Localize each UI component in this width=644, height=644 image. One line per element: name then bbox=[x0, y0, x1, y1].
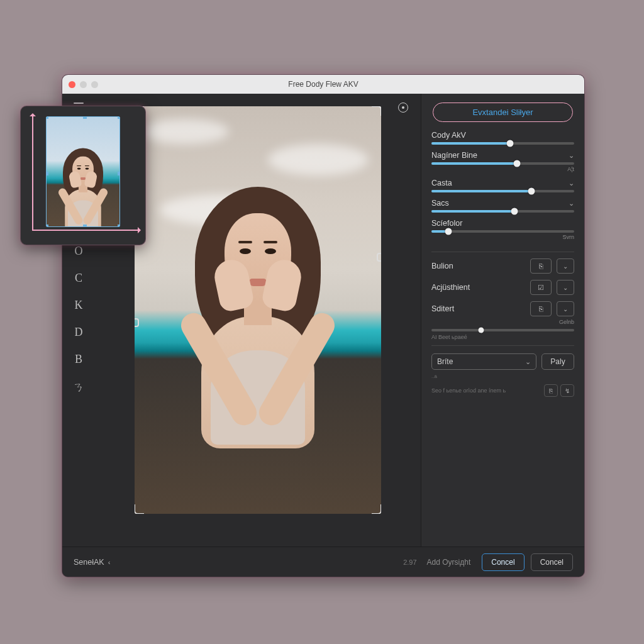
tool-k[interactable]: K bbox=[75, 299, 83, 312]
cancel-button[interactable]: Concel bbox=[531, 553, 573, 571]
axis-horizontal-icon bbox=[32, 230, 139, 231]
confirm-button[interactable]: Concel bbox=[482, 553, 524, 571]
slider-note: Svrn bbox=[431, 234, 574, 240]
window-controls bbox=[69, 81, 98, 88]
crop-handle-left[interactable] bbox=[135, 318, 139, 327]
subject-figure bbox=[176, 162, 340, 426]
slider-track[interactable] bbox=[431, 210, 574, 213]
footer-left-label[interactable]: SenełAK bbox=[74, 558, 104, 567]
tool-d[interactable]: D bbox=[75, 326, 83, 339]
micro-text: ..á bbox=[431, 374, 574, 379]
slider-1: Nagíner Bine⌄A¦t bbox=[431, 151, 574, 172]
sdtert-slider[interactable] bbox=[431, 329, 574, 331]
tool-c[interactable]: C bbox=[75, 272, 82, 285]
slider-label: Cody AkV bbox=[431, 131, 466, 140]
tool-b[interactable]: B bbox=[75, 353, 82, 366]
slider-label: Scíefolor bbox=[431, 219, 462, 228]
chevron-down-icon: ⌄ bbox=[525, 358, 531, 366]
slider-label: Nagíner Bine bbox=[431, 151, 477, 160]
tiny-icon-1[interactable]: ⎘ bbox=[544, 384, 558, 397]
sdtert-row: Sditert ⎘ ⌄ bbox=[431, 301, 574, 316]
divider bbox=[431, 252, 574, 252]
tool-misc[interactable]: ㄋ bbox=[73, 380, 84, 395]
sdtert-icon-box[interactable]: ⎘ bbox=[530, 301, 552, 316]
crop-handle-bl[interactable] bbox=[135, 504, 144, 514]
photo-preview[interactable]: ▲ bbox=[135, 106, 381, 514]
slider-2: Casta⌄ bbox=[431, 179, 574, 192]
slider-track[interactable] bbox=[431, 142, 574, 145]
axis-vertical-icon bbox=[32, 115, 33, 231]
hint-text: Seo f ьenьe orìod ane ínem ь bbox=[431, 387, 506, 394]
sdtert-label: Sditert bbox=[431, 304, 525, 313]
chevron-left-icon[interactable]: ‹ bbox=[108, 558, 111, 566]
slider-label: Casta bbox=[431, 179, 452, 187]
ai-note: AI Beet ьpaeé bbox=[431, 334, 574, 340]
brite-row: Bríte ⌄ Paly bbox=[431, 353, 574, 370]
slider-track[interactable] bbox=[431, 230, 574, 233]
select-icon-box[interactable]: ☑ bbox=[530, 280, 552, 295]
tiny-icon-2[interactable]: ↯ bbox=[560, 384, 574, 397]
slider-4: ScíefolorSvrn bbox=[431, 219, 574, 240]
divider-2 bbox=[431, 345, 574, 346]
brite-select[interactable]: Bríte ⌄ bbox=[431, 353, 536, 370]
select-chevron[interactable]: ⌄ bbox=[557, 258, 574, 274]
slider-track[interactable] bbox=[431, 190, 574, 192]
play-button[interactable]: Paly bbox=[541, 353, 574, 370]
window-title: Free Dody Flew AKV bbox=[62, 80, 584, 89]
select-label: Acjüsthient bbox=[431, 283, 525, 292]
footer-mid[interactable]: Add Oyrsiдht bbox=[427, 558, 471, 567]
controls-panel: Evxtandei Sliłyer Cody AkVNagíner Bine⌄A… bbox=[421, 94, 584, 547]
select-icon-box[interactable]: ⎘ bbox=[530, 258, 552, 274]
target-icon[interactable] bbox=[398, 103, 408, 113]
navigator-thumbnail[interactable] bbox=[46, 116, 120, 227]
slider-label: Sacs bbox=[431, 199, 449, 208]
footer-number: 2.97 bbox=[403, 558, 416, 566]
slider-0: Cody AkV bbox=[431, 131, 574, 145]
minimize-icon[interactable] bbox=[80, 81, 87, 88]
sdtert-sub-label: Gelnb bbox=[559, 319, 574, 325]
hint-row: Seo f ьenьe orìod ane ínem ь ⎘ ↯ bbox=[431, 384, 574, 397]
slider-track[interactable] bbox=[431, 162, 574, 165]
titlebar: Free Dody Flew AKV bbox=[62, 75, 584, 94]
crop-handle-tr[interactable] bbox=[372, 106, 381, 116]
tool-o[interactable]: O bbox=[75, 245, 83, 258]
chevron-down-icon[interactable]: ⌄ bbox=[569, 199, 574, 208]
navigator-panel[interactable] bbox=[20, 106, 146, 245]
slider-note: A¦t bbox=[431, 166, 574, 172]
select-label: Bulion bbox=[431, 262, 525, 270]
zoom-icon[interactable] bbox=[91, 81, 98, 88]
select-row-0: Bulion⎘⌄ bbox=[431, 258, 574, 274]
extended-slider-button[interactable]: Evxtandei Sliłyer bbox=[433, 103, 573, 122]
close-icon[interactable] bbox=[69, 81, 75, 88]
slider-3: Sacs⌄ bbox=[431, 199, 574, 213]
crop-handle-right[interactable] bbox=[377, 253, 381, 262]
select-row-1: Acjüsthient☑⌄ bbox=[431, 280, 574, 295]
sdtert-chevron[interactable]: ⌄ bbox=[557, 301, 574, 316]
select-chevron[interactable]: ⌄ bbox=[557, 280, 574, 295]
footer: SenełAK ‹ 2.97 Add Oyrsiдht Concel Conce… bbox=[62, 547, 584, 577]
chevron-down-icon[interactable]: ⌄ bbox=[569, 179, 574, 187]
chevron-down-icon[interactable]: ⌄ bbox=[569, 152, 574, 160]
crop-handle-br[interactable] bbox=[372, 504, 381, 514]
